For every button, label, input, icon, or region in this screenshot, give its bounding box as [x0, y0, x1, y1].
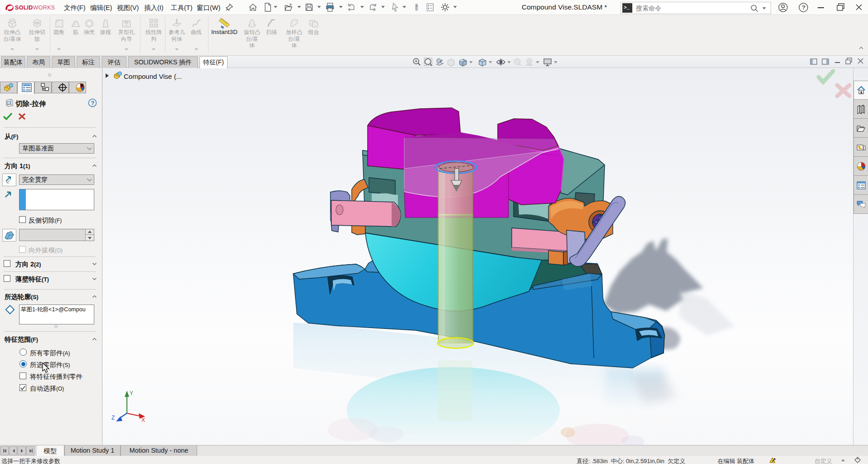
svg-text:?: ? — [802, 4, 805, 11]
svg-text:Y: Y — [130, 390, 133, 396]
svg-text:Compound Vise (...: Compound Vise (... — [124, 72, 182, 80]
svg-text:Z: Z — [112, 415, 115, 421]
svg-text:SOLIDWORKS: SOLIDWORKS — [15, 5, 55, 11]
svg-text:X: X — [141, 417, 145, 423]
svg-text:?: ? — [91, 100, 95, 106]
